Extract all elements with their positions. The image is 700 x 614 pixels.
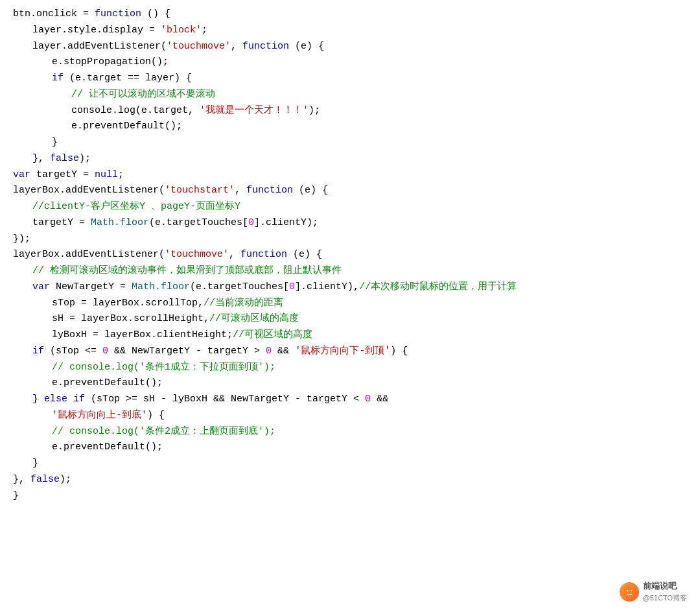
code-line: sH = layerBox.scrollHeight,//可滚动区域的高度 — [13, 311, 687, 327]
watermark-icon — [620, 582, 639, 602]
svg-point-0 — [624, 586, 635, 598]
code-line: } — [13, 456, 687, 472]
code-line: '鼠标方向向上-到底') { — [13, 408, 687, 424]
code-line: e.preventDefault(); — [13, 375, 687, 392]
code-line: } — [13, 488, 687, 504]
code-line: }, false); — [13, 472, 687, 488]
code-line: lyBoxH = layerBox.clientHeight;//可视区域的高度 — [13, 327, 687, 344]
code-line: //clientY-客户区坐标Y 、pageY-页面坐标Y — [13, 199, 687, 215]
code-line: layerBox.addEventListener('touchmove', f… — [13, 247, 687, 263]
code-line: console.log(e.target, '我就是一个天才！！！'); — [13, 103, 687, 119]
code-line: // console.log('条件2成立：上翻页面到底'); — [13, 424, 687, 440]
watermark: 前端说吧 @51CTO博客 — [620, 580, 687, 604]
code-line: e.preventDefault(); — [13, 119, 687, 135]
code-block: btn.onclick = function () { layer.style.… — [0, 6, 700, 504]
watermark-handle: @51CTO博客 — [643, 593, 687, 604]
code-line: }, false); — [13, 151, 687, 167]
svg-point-1 — [626, 590, 627, 591]
svg-point-2 — [630, 590, 631, 591]
code-line: layer.addEventListener('touchmove', func… — [13, 39, 687, 55]
code-line: var targetY = null; — [13, 167, 687, 183]
code-line: targetY = Math.floor(e.targetTouches[0].… — [13, 215, 687, 231]
code-line: // console.log('条件1成立：下拉页面到顶'); — [13, 360, 687, 376]
code-line: if (sTop <= 0 && NewTargetY - targetY > … — [13, 344, 687, 360]
code-container: btn.onclick = function () { layer.style.… — [0, 0, 700, 614]
code-line: }); — [13, 231, 687, 248]
code-line: // 让不可以滚动的区域不要滚动 — [13, 87, 687, 103]
code-line: e.stopPropagation(); — [13, 54, 687, 71]
code-line: // 检测可滚动区域的滚动事件，如果滑到了顶部或底部，阻止默认事件 — [13, 263, 687, 279]
code-line: } — [13, 135, 687, 151]
watermark-site: 前端说吧 — [643, 580, 687, 593]
code-line: var NewTargetY = Math.floor(e.targetTouc… — [13, 279, 687, 296]
code-line: layerBox.addEventListener('touchstart', … — [13, 183, 687, 199]
code-line: btn.onclick = function () { — [13, 6, 687, 23]
code-line: sTop = layerBox.scrollTop,//当前滚动的距离 — [13, 296, 687, 312]
code-line: if (e.target == layer) { — [13, 71, 687, 87]
code-line: layer.style.display = 'block'; — [13, 23, 687, 39]
code-line: } else if (sTop >= sH - lyBoxH && NewTar… — [13, 392, 687, 408]
code-line: e.preventDefault(); — [13, 440, 687, 456]
